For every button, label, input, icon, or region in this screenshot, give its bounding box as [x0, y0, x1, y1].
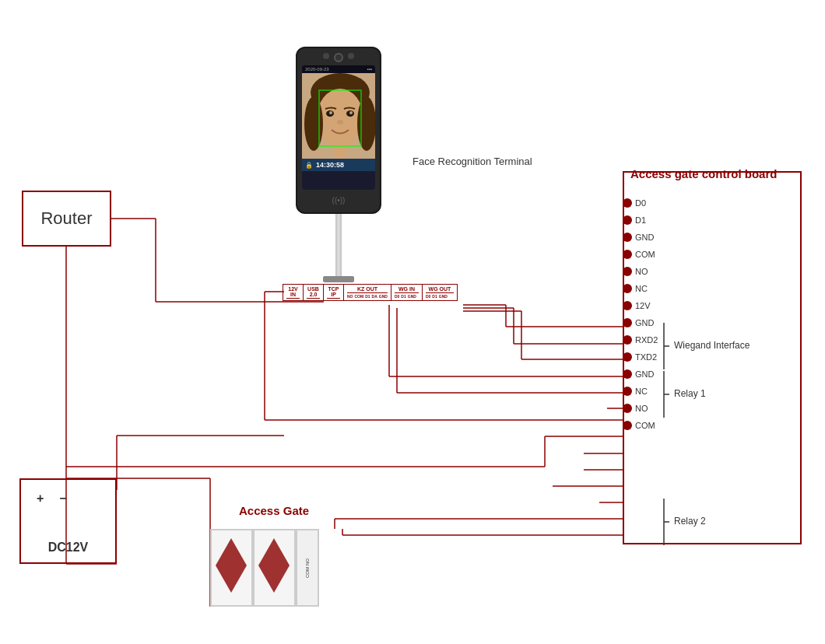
pin-label-no1: NO	[635, 267, 662, 276]
screen-date: 2020-09-23	[305, 67, 329, 72]
conn-12v: 12VIN	[283, 285, 304, 300]
face-svg	[302, 73, 375, 159]
gate-wing-left	[216, 538, 247, 593]
pin-row-no2: NO	[623, 400, 662, 417]
terminal-screen: 2020-09-23 ▪▪▪	[302, 65, 375, 190]
time-display: 14:30:58	[316, 161, 344, 169]
battery-label: DC12V	[48, 541, 89, 555]
pin-row-gnd3: GND	[623, 366, 662, 383]
pin-dot-d0	[623, 198, 632, 208]
battery-terminals: + −	[37, 492, 67, 506]
terminal-base	[323, 276, 354, 282]
pin-label-gnd2: GND	[635, 318, 662, 327]
face-area	[302, 73, 375, 159]
gate-panel-left	[210, 529, 253, 607]
svg-rect-49	[335, 143, 346, 159]
gate-panel-right	[253, 529, 296, 607]
pin-dot-txd2	[623, 352, 632, 362]
pin-label-12v: 12V	[635, 301, 662, 310]
pin-dot-nc2	[623, 387, 632, 396]
conn-wgout: WG OUT D0 D1 GND	[423, 285, 457, 300]
gate-device: NO COM	[210, 529, 319, 607]
pin-label-gnd1: GND	[635, 233, 662, 242]
svg-point-42	[304, 96, 323, 151]
pin-row-d1: D1	[623, 212, 662, 229]
pin-dot-no1	[623, 267, 632, 276]
reader-icon: ((•))	[332, 196, 346, 205]
pin-label-txd2: TXD2	[635, 352, 662, 362]
conn-tcp: TCPIP	[324, 285, 344, 300]
pin-label-d0: D0	[635, 198, 662, 208]
diagram-container: 2020-09-23 ▪▪▪	[0, 0, 825, 644]
terminal-sensor-left	[323, 53, 329, 59]
battery-plus: +	[37, 492, 44, 506]
pin-row-com2: COM	[623, 417, 662, 434]
pin-label-gnd3: GND	[635, 369, 662, 379]
svg-point-43	[357, 96, 375, 151]
pin-dot-no2	[623, 404, 632, 413]
pin-row-rxd2: RXD2	[623, 331, 662, 348]
board-pins: D0 D1 GND COM NO NC 12V	[623, 194, 662, 434]
terminal-sensor-right	[348, 53, 354, 59]
pin-dot-nc1	[623, 284, 632, 293]
pin-label-com2: COM	[635, 421, 662, 430]
screen-header: 2020-09-23 ▪▪▪	[302, 65, 375, 73]
svg-point-48	[337, 120, 343, 124]
lock-icon: 🔒	[305, 162, 313, 169]
card-reader: ((•))	[302, 192, 375, 208]
gate-connector-strip: NO COM	[296, 529, 319, 607]
control-board-title: Access gate control board	[630, 167, 777, 180]
svg-point-41	[317, 89, 363, 148]
terminal-camera	[334, 53, 343, 62]
pin-row-gnd2: GND	[623, 314, 662, 331]
gate-pin-com: COM	[305, 567, 310, 578]
pin-dot-gnd1	[623, 233, 632, 242]
pin-row-com1: COM	[623, 246, 662, 263]
gate-wing-right	[258, 538, 290, 593]
pin-dot-12v	[623, 301, 632, 310]
pin-dot-com2	[623, 421, 632, 430]
pin-label-no2: NO	[635, 404, 662, 413]
conn-kzout: KZ OUT NO COM D1 DA GND	[344, 285, 391, 300]
pin-label-nc1: NC	[635, 284, 662, 293]
gate-pin-no: NO	[305, 558, 310, 565]
pin-row-d0: D0	[623, 194, 662, 212]
svg-point-47	[349, 111, 353, 114]
pin-label-nc2: NC	[635, 387, 662, 396]
pin-dot-gnd3	[623, 369, 632, 379]
conn-usb: USB2.0	[304, 285, 324, 300]
pin-label-d1: D1	[635, 215, 662, 225]
terminal-top-bar	[302, 53, 375, 62]
conn-wgin: WG IN D0 D1 GND	[391, 285, 423, 300]
pin-label-com1: COM	[635, 250, 662, 259]
screen-signal: ▪▪▪	[367, 67, 372, 72]
pin-dot-gnd2	[623, 318, 632, 327]
battery-minus: −	[59, 492, 66, 506]
pin-row-gnd1: GND	[623, 229, 662, 246]
pin-row-12v: 12V	[623, 297, 662, 314]
connector-block: 12VIN USB2.0 TCPIP KZ OUT NO COM D1 DA G…	[283, 284, 458, 301]
pin-dot-com1	[623, 250, 632, 259]
router-label: Router	[40, 208, 92, 229]
pin-row-no1: NO	[623, 263, 662, 280]
pin-row-txd2: TXD2	[623, 348, 662, 366]
terminal-pole	[335, 214, 342, 276]
pin-dot-d1	[623, 215, 632, 225]
access-gate-label: Access Gate	[239, 504, 309, 517]
router-box: Router	[22, 191, 111, 247]
pin-label-rxd2: RXD2	[635, 335, 662, 345]
terminal: 2020-09-23 ▪▪▪	[296, 47, 381, 282]
terminal-label: Face Recognition Terminal	[412, 156, 532, 167]
time-bar: 🔒 14:30:58	[302, 159, 375, 171]
terminal-device: 2020-09-23 ▪▪▪	[296, 47, 381, 214]
pin-row-nc1: NC	[623, 280, 662, 297]
battery-box: + − DC12V	[19, 478, 117, 564]
pin-dot-rxd2	[623, 335, 632, 345]
svg-point-46	[329, 111, 332, 114]
pin-row-nc2: NC	[623, 383, 662, 400]
